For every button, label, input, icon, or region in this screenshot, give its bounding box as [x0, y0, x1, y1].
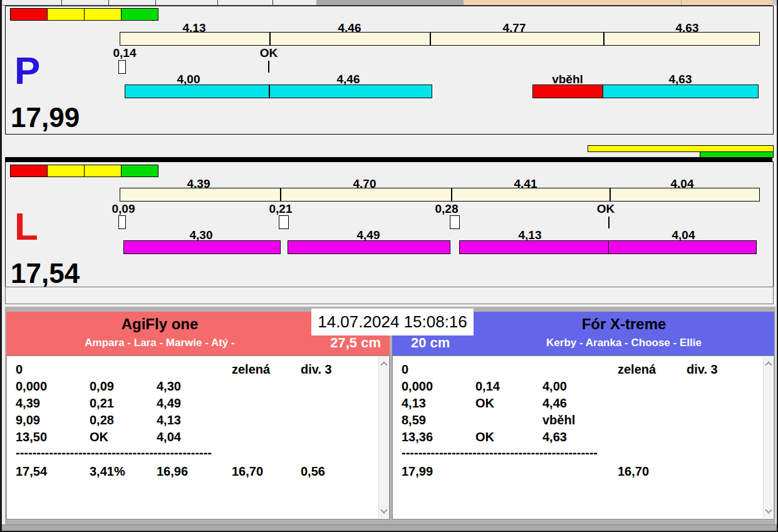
- run-bar-fault: [532, 84, 604, 98]
- table-cell: 4,46: [542, 395, 618, 412]
- toolbar-tick: [108, 0, 109, 5]
- toolbar-fragment-tan: [464, 0, 772, 6]
- toolbar-tick: [272, 0, 273, 5]
- split-divider: [280, 188, 281, 201]
- lane-letter: P: [14, 51, 40, 90]
- scrollbar-down-arrow[interactable]: [765, 506, 772, 513]
- table-cell: 0,14: [475, 378, 542, 395]
- team-name: AgiFly one: [6, 315, 313, 333]
- split-scale-bar: [120, 32, 760, 46]
- table-cell: [687, 429, 774, 446]
- table-row: 13,36OK4,63: [402, 429, 774, 446]
- table-cell: [687, 412, 774, 429]
- toolbar-tick: [61, 0, 62, 5]
- traffic-segment-green: [121, 8, 158, 21]
- table-row: 0,0000,144,00: [402, 378, 774, 395]
- scrollbar-down-arrow[interactable]: [380, 506, 387, 513]
- fault-marker-box: [279, 215, 289, 229]
- run-time-label: 4,30: [190, 229, 213, 241]
- table-cell: zelená: [618, 361, 687, 378]
- table-cell: [687, 463, 774, 480]
- table-row: 0zelenádiv. 3: [402, 361, 774, 378]
- table-row: 9,090,284,13: [16, 412, 389, 429]
- table-cell: [618, 429, 687, 446]
- table-row: 0,0000,094,30: [16, 378, 389, 395]
- fault-time-label: 0,28: [435, 203, 459, 215]
- split-divider: [430, 33, 431, 45]
- fault-time-label: 0,14: [113, 47, 137, 59]
- table-cell: 4,49: [157, 395, 232, 412]
- run-bar-cyan: [603, 84, 759, 98]
- run-time-label: 4,13: [519, 229, 542, 241]
- table-cell: [542, 463, 618, 480]
- team-members: Kerby - Aranka - Choose - Ellie: [474, 337, 774, 349]
- table-cell: [475, 412, 542, 429]
- table-cell: [301, 395, 389, 412]
- table-cell: vběhl: [542, 412, 618, 429]
- table-cell: [157, 361, 232, 378]
- run-bar-magenta: [123, 240, 281, 254]
- run-time-label: 4,49: [357, 229, 380, 241]
- scrollbar[interactable]: [763, 357, 773, 518]
- table-cell: [232, 395, 301, 412]
- table-cell: 0,28: [90, 412, 157, 429]
- table-cell: [232, 378, 301, 395]
- scrollbar-up-arrow[interactable]: [765, 361, 772, 368]
- jump-height-badge: 27,5 cm: [330, 335, 381, 351]
- table-cell: 4,00: [542, 378, 618, 395]
- scrollbar[interactable]: [378, 357, 388, 518]
- table-summary-row: 17,9916,70: [402, 463, 774, 480]
- results-area[interactable]: 0zelenádiv. 3 0,0000,144,00 4,13OK4,46 8…: [392, 356, 774, 519]
- table-cell: [232, 429, 301, 446]
- fault-marker-box: [118, 60, 126, 74]
- run-bar-magenta: [608, 240, 757, 254]
- split-divider: [603, 33, 604, 45]
- traffic-segment-red: [10, 165, 48, 177]
- lane-total-time: 17,54: [11, 260, 80, 287]
- toolbar-tick: [155, 0, 156, 5]
- table-cell: div. 3: [301, 361, 389, 378]
- table-cell: 16,70: [232, 463, 301, 480]
- traffic-segment-yellow: [84, 8, 122, 21]
- traffic-light-strip: [11, 165, 158, 177]
- table-cell: 4,13: [402, 395, 475, 412]
- table-cell: 0,000: [16, 378, 90, 395]
- fault-marker-box: [450, 215, 460, 229]
- lane-p-panel: 4,13 4,46 4,77 4,63 0,14 OK 4,00 4,46 vb…: [5, 6, 774, 135]
- run-time-label: vběhl: [552, 73, 583, 85]
- lane-letter: L: [14, 207, 38, 246]
- table-cell: 0: [16, 361, 90, 378]
- run-time-label: 4,00: [177, 73, 200, 85]
- results-table: 0zelenádiv. 3 0,0000,144,00 4,13OK4,46 8…: [393, 356, 774, 480]
- table-cell: [618, 378, 687, 395]
- results-table: 0zelenádiv. 3 0,0000,094,30 4,390,214,49…: [7, 356, 389, 480]
- table-cell: 0,21: [90, 395, 157, 412]
- table-cell: [618, 412, 687, 429]
- table-row: 13,50OK4,04: [16, 429, 389, 446]
- table-cell: [232, 412, 301, 429]
- table-cell: 16,70: [618, 463, 687, 480]
- empty-status-strip: [5, 287, 774, 304]
- lane-l-panel: 4,39 4,70 4,41 4,04 0,09 0,21 0,28 OK 4,…: [5, 161, 774, 289]
- scoreboard-window: 4,13 4,46 4,77 4,63 0,14 OK 4,00 4,46 vb…: [0, 0, 778, 532]
- results-area[interactable]: 0zelenádiv. 3 0,0000,094,30 4,390,214,49…: [6, 356, 390, 519]
- traffic-segment-green: [121, 165, 158, 177]
- fault-time-label: OK: [260, 47, 278, 59]
- traffic-segment-yellow: [47, 8, 85, 21]
- scrollbar-up-arrow[interactable]: [380, 361, 387, 368]
- table-cell: 3,41%: [90, 463, 157, 480]
- jump-height-badge: 20 cm: [411, 335, 450, 351]
- table-cell: OK: [475, 429, 542, 446]
- table-cell: 4,39: [16, 395, 90, 412]
- fault-time-label: OK: [597, 203, 615, 215]
- table-cell: [687, 378, 774, 395]
- traffic-segment-red: [10, 8, 48, 21]
- table-cell: [618, 395, 687, 412]
- run-bar-magenta: [459, 240, 610, 254]
- table-cell: 0,09: [90, 378, 157, 395]
- fault-time-label: 0,21: [269, 203, 293, 215]
- table-cell: [301, 429, 389, 446]
- table-cell: 0,56: [301, 463, 389, 480]
- table-cell: [301, 378, 389, 395]
- table-cell: zelená: [232, 361, 301, 378]
